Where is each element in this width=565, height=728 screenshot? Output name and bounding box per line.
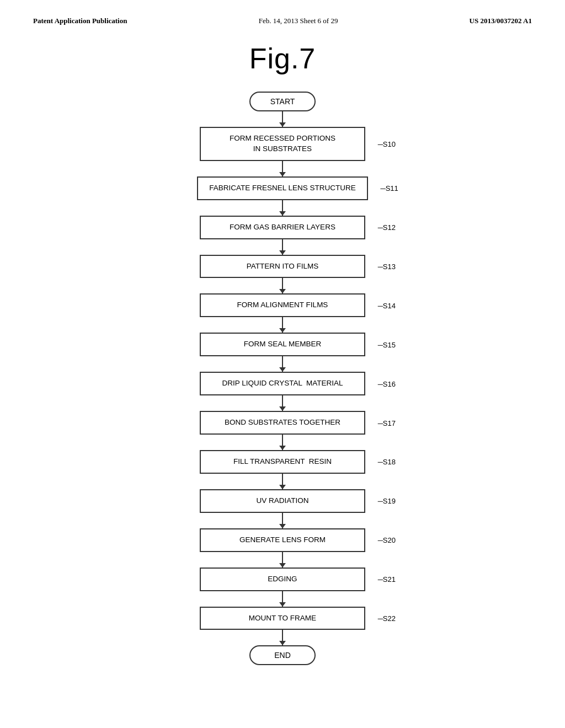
step-S20-box: GENERATE LENS FORM	[200, 528, 365, 552]
step-S22: MOUNT TO FRAME ─S22	[33, 607, 532, 630]
arrow-5	[282, 317, 283, 333]
step-S12-label: ─S12	[378, 223, 396, 232]
step-S17-box: BOND SUBSTRATES TOGETHER	[200, 411, 365, 435]
arrow-10	[282, 513, 283, 528]
step-S18: FILL TRANSPARENT RESIN ─S18	[33, 450, 532, 474]
end-node: END	[33, 645, 532, 665]
arrow-4	[282, 278, 283, 293]
step-S19: UV RADIATION ─S19	[33, 489, 532, 513]
step-S15-box: FORM SEAL MEMBER	[200, 333, 365, 356]
step-S15: FORM SEAL MEMBER ─S15	[33, 333, 532, 356]
step-S12: FORM GAS BARRIER LAYERS ─S12	[33, 216, 532, 239]
header-right: US 2013/0037202 A1	[470, 17, 532, 25]
step-S14: FORM ALIGNMENT FILMS ─S14	[33, 293, 532, 317]
step-S21: EDGING ─S21	[33, 568, 532, 591]
arrow-0	[282, 111, 283, 127]
step-S11-label: ─S11	[380, 184, 398, 192]
start-node: START	[33, 92, 532, 111]
step-S11-box: FABRICATE FRESNEL LENS STRUCTURE	[197, 176, 368, 200]
arrow-1	[282, 161, 283, 176]
step-S21-label: ─S21	[378, 575, 396, 584]
header-left: Patent Application Publication	[33, 17, 127, 25]
arrow-11	[282, 552, 283, 568]
page: Patent Application Publication Feb. 14, …	[0, 0, 565, 728]
arrow-12	[282, 591, 283, 607]
step-S13-box: PATTERN ITO FILMS	[200, 255, 365, 279]
start-oval: START	[249, 92, 316, 111]
arrow-8	[282, 435, 283, 450]
step-S13: PATTERN ITO FILMS ─S13	[33, 255, 532, 279]
step-S14-label: ─S14	[378, 301, 396, 309]
figure-title: Fig.7	[33, 42, 532, 75]
arrow-2	[282, 200, 283, 216]
page-header: Patent Application Publication Feb. 14, …	[33, 17, 532, 25]
step-S20: GENERATE LENS FORM ─S20	[33, 528, 532, 552]
step-S18-box: FILL TRANSPARENT RESIN	[200, 450, 365, 474]
step-S16-box: DRIP LIQUID CRYSTAL MATERIAL	[200, 372, 365, 395]
step-S17: BOND SUBSTRATES TOGETHER ─S17	[33, 411, 532, 435]
step-S15-label: ─S15	[378, 340, 396, 349]
step-S10-label: ─S10	[378, 140, 396, 148]
arrow-3	[282, 239, 283, 255]
arrow-7	[282, 395, 283, 411]
step-S12-box: FORM GAS BARRIER LAYERS	[200, 216, 365, 239]
arrow-9	[282, 474, 283, 489]
step-S16: DRIP LIQUID CRYSTAL MATERIAL ─S16	[33, 372, 532, 395]
step-S10: FORM RECESSED PORTIONSIN SUBSTRATES ─S10	[33, 127, 532, 161]
step-S20-label: ─S20	[378, 536, 396, 544]
flowchart: START FORM RECESSED PORTIONSIN SUBSTRATE…	[33, 92, 532, 665]
step-S22-label: ─S22	[378, 614, 396, 623]
step-S19-label: ─S19	[378, 497, 396, 505]
step-S11: FABRICATE FRESNEL LENS STRUCTURE ─S11	[33, 176, 532, 200]
step-S18-label: ─S18	[378, 458, 396, 466]
step-S13-label: ─S13	[378, 263, 396, 271]
step-S10-box: FORM RECESSED PORTIONSIN SUBSTRATES	[200, 127, 365, 161]
arrow-13	[282, 630, 283, 645]
step-S17-label: ─S17	[378, 419, 396, 427]
end-oval: END	[249, 645, 316, 665]
step-S22-box: MOUNT TO FRAME	[200, 607, 365, 630]
step-S21-box: EDGING	[200, 568, 365, 591]
arrow-6	[282, 356, 283, 372]
step-S16-label: ─S16	[378, 379, 396, 388]
header-center: Feb. 14, 2013 Sheet 6 of 29	[259, 17, 338, 25]
step-S19-box: UV RADIATION	[200, 489, 365, 513]
step-S14-box: FORM ALIGNMENT FILMS	[200, 293, 365, 317]
